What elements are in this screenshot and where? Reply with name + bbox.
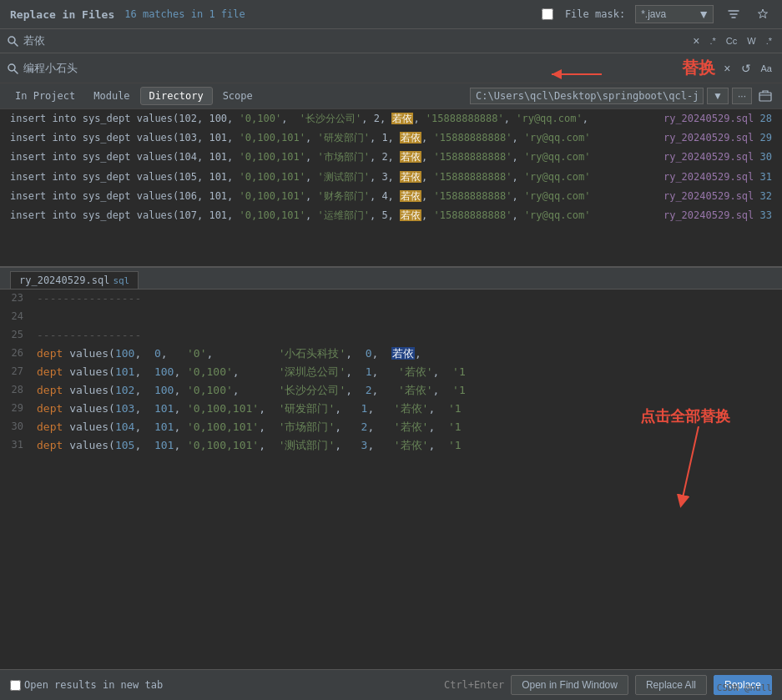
search-clear-btn[interactable]: × [689, 33, 703, 49]
search-word-btn[interactable]: W [744, 34, 759, 48]
search-regex-btn[interactable]: .* [706, 34, 719, 48]
open-results-label: Open results in new tab [24, 679, 163, 691]
open-results-checkbox-label[interactable]: Open results in new tab [10, 679, 163, 691]
svg-point-2 [8, 64, 15, 71]
replace-value: 编程小石头 [23, 61, 555, 76]
tab-in-project[interactable]: In Project [7, 88, 83, 104]
replace-search-icon [7, 63, 18, 74]
result-row[interactable]: insert into sys_dept values(107, 101, '0… [0, 206, 782, 225]
dir-open-icon [759, 89, 772, 103]
file-tab-name: ry_20240529.sql [19, 274, 109, 286]
match-count: 16 matches in 1 file [124, 8, 245, 20]
result-row[interactable]: insert into sys_dept values(102, 100, '0… [0, 109, 782, 128]
search-dot-btn[interactable]: .* [763, 34, 775, 48]
open-results-checkbox[interactable] [10, 680, 21, 691]
dir-dropdown-btn[interactable]: ▼ [707, 88, 729, 104]
replace-all-btn[interactable]: Replace All [635, 675, 707, 695]
tab-module[interactable]: Module [85, 88, 138, 104]
top-bar: Replace in Files 16 matches in 1 file Fi… [0, 0, 782, 29]
file-tab-bar: ry_20240529.sql sql [0, 268, 782, 290]
file-mask-dropdown-btn[interactable]: ▼ [694, 6, 713, 23]
replace-row: 编程小石头 替换 × ↺ Aa [0, 53, 782, 83]
code-area[interactable]: 23 ---------------- 24 25 --------------… [0, 290, 782, 573]
result-row[interactable]: insert into sys_dept values(106, 101, '0… [0, 187, 782, 206]
replace-arrow [535, 62, 618, 87]
code-line-26: 26 dept values(100, 0, '0', '小石头科技', 0, … [0, 345, 782, 363]
replace-case-btn[interactable]: Aa [758, 60, 775, 77]
code-line-27: 27 dept values(101, 100, '0,100', '深圳总公司… [0, 363, 782, 381]
search-value: 若依 [23, 33, 684, 48]
tab-directory[interactable]: Directory [140, 87, 213, 105]
code-line-24: 24 [0, 308, 782, 326]
search-row: 若依 × .* Cc W .* [0, 29, 782, 53]
file-mask-wrapper: ▼ [635, 5, 714, 23]
replace-magnifier-icon [7, 63, 18, 74]
result-row[interactable]: insert into sys_dept values(105, 101, '0… [0, 168, 782, 187]
result-row[interactable]: insert into sys_dept values(104, 101, '0… [0, 148, 782, 167]
open-find-window-btn[interactable]: Open in Find Window [511, 675, 628, 695]
svg-line-1 [15, 43, 18, 47]
file-mask-checkbox[interactable] [542, 8, 553, 20]
dir-path-input[interactable] [470, 88, 704, 104]
pin-icon [757, 8, 769, 20]
results-list[interactable]: insert into sys_dept values(102, 100, '0… [0, 109, 782, 268]
search-magnifier-icon [7, 35, 18, 47]
shortcut-hint: Ctrl+Enter [444, 679, 504, 691]
file-tab[interactable]: ry_20240529.sql sql [10, 271, 139, 289]
dir-action-btn[interactable] [755, 88, 775, 104]
pin-icon-btn[interactable] [754, 7, 772, 22]
filter-icon-btn[interactable] [724, 6, 744, 23]
dir-input-container: ▼ ··· [470, 88, 775, 104]
svg-line-3 [15, 70, 18, 73]
file-lang-badge: sql [113, 275, 129, 286]
code-line-25: 25 ---------------- [0, 326, 782, 345]
file-mask-label: File mask: [565, 8, 625, 20]
tab-scope[interactable]: Scope [214, 88, 261, 104]
dir-more-btn[interactable]: ··· [732, 88, 752, 104]
bottom-bar: Open results in new tab Ctrl+Enter Open … [0, 669, 782, 700]
code-line-29: 29 dept values(103, 101, '0,100,101', '研… [0, 400, 782, 418]
code-line-28: 28 dept values(102, 100, '0,100', '长沙分公司… [0, 381, 782, 400]
replace-actions: × ↺ Aa [720, 60, 775, 77]
dialog-title: Replace in Files [10, 8, 114, 21]
replace-btn[interactable]: Replace [714, 675, 772, 695]
code-line-30: 30 dept values(104, 101, '0,100,101', '市… [0, 418, 782, 436]
svg-point-0 [8, 37, 15, 43]
replace-label-annotation: 替换 [682, 57, 715, 79]
code-line-31: 31 dept values(105, 101, '0,100,101', '测… [0, 436, 782, 455]
replace-undo-btn[interactable]: ↺ [738, 60, 754, 77]
svg-rect-5 [759, 93, 771, 101]
search-case-btn[interactable]: Cc [723, 34, 740, 48]
filter-icon [727, 8, 740, 21]
result-row[interactable]: insert into sys_dept values(103, 101, '0… [0, 128, 782, 148]
search-actions: × .* Cc W .* [689, 33, 775, 49]
search-icon [7, 35, 18, 47]
tabs-row: In Project Module Directory Scope ▼ ··· [0, 83, 782, 109]
file-mask-input[interactable] [636, 7, 694, 22]
code-line-23: 23 ---------------- [0, 290, 782, 308]
replace-clear-btn[interactable]: × [720, 60, 734, 77]
